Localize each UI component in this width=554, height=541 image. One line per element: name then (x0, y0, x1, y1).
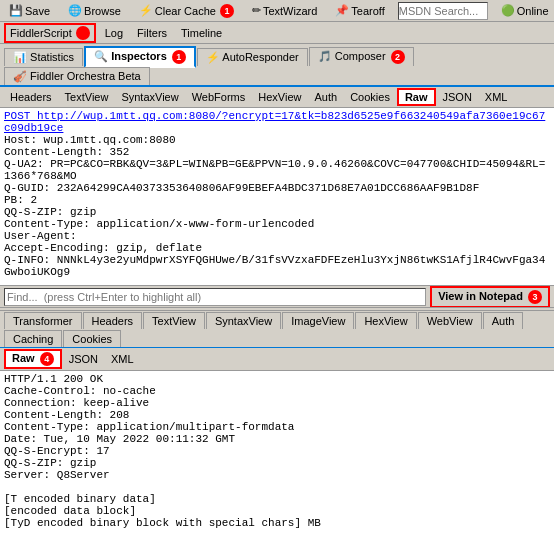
timeline-button[interactable]: Timeline (176, 25, 227, 41)
lower-tab-imageview[interactable]: ImageView (282, 312, 354, 329)
tab-inspectors[interactable]: 🔍 Inspectors 1 (84, 46, 196, 68)
clear-cache-button[interactable]: ⚡ Clear Cache 1 (134, 2, 239, 20)
upper-tab-textview[interactable]: TextView (59, 90, 115, 104)
browse-icon: 🌐 (68, 4, 82, 17)
tearoff-button[interactable]: 📌 Tearoff (330, 2, 389, 19)
lower-second-tabs: Raw 4 JSON XML (0, 348, 554, 371)
upper-tab-webforms[interactable]: WebForms (186, 90, 252, 104)
upper-tab-headers[interactable]: Headers (4, 90, 58, 104)
upper-tab-hexview[interactable]: HexView (252, 90, 307, 104)
post-url-link[interactable]: POST http://wup.1mtt.qq.com:8080/?encryp… (4, 110, 545, 134)
lower-tab-xml[interactable]: XML (105, 352, 140, 366)
main-toolbar: 💾 Save 🌐 Browse ⚡ Clear Cache 1 ✏ TextWi… (0, 0, 554, 22)
main-container: Headers TextView SyntaxView WebForms Hex… (0, 87, 554, 541)
lower-tab-raw[interactable]: Raw 4 (4, 349, 62, 369)
upper-tab-auth[interactable]: Auth (309, 90, 344, 104)
lower-tab-auth[interactable]: Auth (483, 312, 524, 329)
lower-tab-webview[interactable]: WebView (418, 312, 482, 329)
upper-content-area[interactable]: POST http://wup.1mtt.qq.com:8080/?encryp… (0, 108, 554, 285)
upper-tab-raw[interactable]: Raw (397, 88, 436, 106)
fiddlerscript-badge (76, 26, 90, 40)
lower-tab-json[interactable]: JSON (63, 352, 104, 366)
upper-tab-json[interactable]: JSON (437, 90, 478, 104)
lower-tab-transformer[interactable]: Transformer (4, 312, 82, 329)
upper-header-tabs: Headers TextView SyntaxView WebForms Hex… (0, 87, 554, 108)
statistics-icon: 📊 (13, 51, 27, 63)
fiddlerscript-button[interactable]: FiddlerScript (4, 23, 96, 43)
textwizard-button[interactable]: ✏ TextWizard (247, 2, 322, 19)
clear-cache-icon: ⚡ (139, 4, 153, 17)
upper-find-input[interactable] (4, 288, 426, 306)
msdn-search-input[interactable] (398, 2, 488, 20)
lower-pane: Transformer Headers TextView SyntaxView … (0, 311, 554, 541)
upper-tab-syntaxview[interactable]: SyntaxView (115, 90, 184, 104)
view-notepad-badge-upper: 3 (528, 290, 542, 304)
lower-tab-bar: Transformer Headers TextView SyntaxView … (0, 311, 554, 348)
tearoff-icon: 📌 (335, 4, 349, 17)
online-icon: 🟢 (501, 4, 515, 17)
lower-tab-headers[interactable]: Headers (83, 312, 143, 329)
save-icon: 💾 (9, 4, 23, 17)
autoresponder-icon: ⚡ (206, 51, 220, 63)
tab-statistics[interactable]: 📊 Statistics (4, 48, 83, 66)
lower-tab-syntaxview[interactable]: SyntaxView (206, 312, 281, 329)
upper-pane: Headers TextView SyntaxView WebForms Hex… (0, 87, 554, 307)
raw-badge: 4 (40, 352, 54, 366)
secondary-toolbar: FiddlerScript Log Filters Timeline (0, 22, 554, 44)
upper-find-bar: View in Notepad 3 (0, 285, 554, 307)
filters-button[interactable]: Filters (132, 25, 172, 41)
clear-cache-badge: 1 (220, 4, 234, 18)
inspectors-badge: 1 (172, 50, 186, 64)
lower-tab-hexview[interactable]: HexView (355, 312, 416, 329)
upper-view-notepad-button[interactable]: View in Notepad 3 (430, 286, 550, 308)
lower-tab-textview[interactable]: TextView (143, 312, 205, 329)
inspectors-icon: 🔍 (94, 50, 108, 62)
browse-button[interactable]: 🌐 Browse (63, 2, 126, 19)
top-tab-bar: 📊 Statistics 🔍 Inspectors 1 ⚡ AutoRespon… (0, 44, 554, 87)
lower-tab-caching[interactable]: Caching (4, 330, 62, 347)
tab-composer[interactable]: 🎵 Composer 2 (309, 47, 414, 66)
textwizard-icon: ✏ (252, 4, 261, 17)
composer-badge: 2 (391, 50, 405, 64)
tab-autoresponder[interactable]: ⚡ AutoResponder (197, 48, 308, 66)
lower-content-area[interactable]: HTTP/1.1 200 OK Cache-Control: no-cache … (0, 371, 554, 541)
upper-tab-cookies[interactable]: Cookies (344, 90, 396, 104)
upper-tab-xml[interactable]: XML (479, 90, 514, 104)
lower-tab-cookies[interactable]: Cookies (63, 330, 121, 347)
orchestra-icon: 🎻 (13, 70, 27, 82)
save-button[interactable]: 💾 Save (4, 2, 55, 19)
composer-icon: 🎵 (318, 50, 332, 62)
log-button[interactable]: Log (100, 25, 128, 41)
online-button[interactable]: 🟢 Online (496, 2, 554, 19)
tab-fiddler-orchestra[interactable]: 🎻 Fiddler Orchestra Beta (4, 67, 150, 85)
